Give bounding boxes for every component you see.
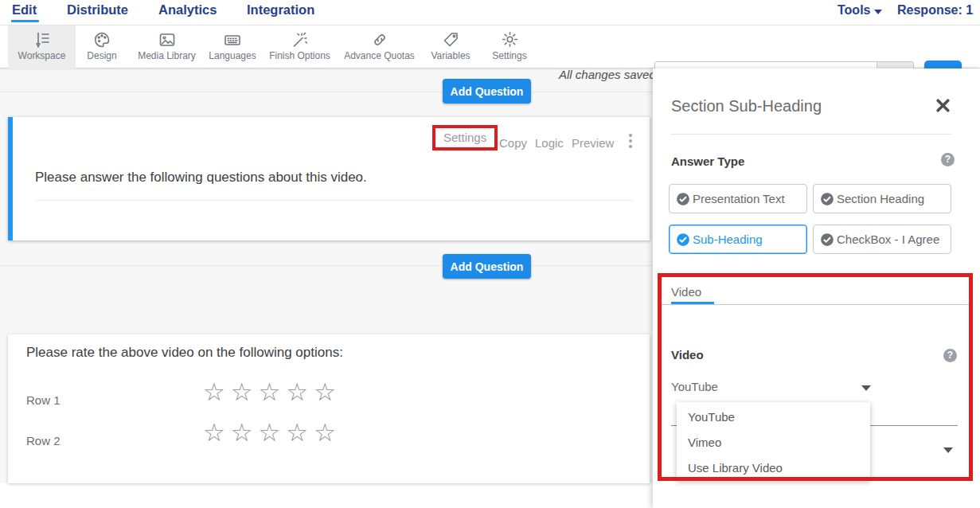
toolbar-item-label: Design: [80, 50, 124, 61]
workspace-icon: [8, 29, 76, 50]
chevron-down-icon[interactable]: [943, 447, 953, 453]
answer-type-presentation-text[interactable]: Presentation Text: [669, 184, 807, 213]
toolbar-item-media-library[interactable]: Media Library: [127, 25, 206, 68]
questionpro-editor: Edit Distribute Analytics Integration To…: [0, 0, 980, 508]
rating-row-label: Row 2: [26, 434, 61, 447]
answer-type-label: Sub-Heading: [693, 233, 763, 246]
link-icon: [340, 29, 419, 50]
survey-canvas: Add Question Settings Copy Logic Preview…: [0, 68, 653, 483]
check-circle-icon: [820, 233, 834, 247]
toolbar-item-label: Media Library: [127, 50, 206, 61]
question-action-preview[interactable]: Preview: [572, 136, 614, 150]
kebab-menu-icon[interactable]: [629, 134, 632, 137]
toolbar-item-label: Workspace: [8, 50, 76, 61]
toolbar-item-variables[interactable]: Variables: [422, 25, 479, 68]
palette-icon: [80, 29, 124, 50]
autosave-status: All changes saved: [559, 68, 656, 81]
settings-annotation-box: Settings: [432, 125, 498, 150]
keyboard-icon: [208, 29, 257, 50]
toolbar-item-label: Settings: [482, 50, 537, 61]
toolbar-item-label: Advance Quotas: [340, 50, 419, 61]
chevron-down-icon[interactable]: [861, 385, 871, 391]
tools-label: Tools: [837, 3, 870, 17]
add-question-button-middle[interactable]: Add Question: [443, 254, 531, 279]
nav-tab-analytics[interactable]: Analytics: [158, 2, 217, 18]
question-settings-panel: Section Sub-Heading Answer Type ? Presen…: [653, 68, 980, 508]
toolbar-item-label: Variables: [422, 50, 479, 61]
answer-type-heading: Answer Type: [671, 154, 744, 168]
gear-icon: [482, 29, 537, 50]
question-block-rating[interactable]: Please rate the above video on the follo…: [8, 334, 650, 483]
answer-type-label: CheckBox - I Agree: [837, 233, 939, 246]
answer-type-section-heading[interactable]: Section Heading: [813, 184, 951, 213]
rating-question-text[interactable]: Please rate the above video on the follo…: [26, 345, 343, 361]
panel-divider: [671, 134, 951, 135]
question-block-subheading[interactable]: Settings Copy Logic Preview Please answe…: [8, 117, 650, 240]
toolbar-item-advance-quotas[interactable]: Advance Quotas: [340, 25, 419, 68]
chevron-down-icon: [874, 10, 882, 14]
toolbar-item-design[interactable]: Design: [80, 25, 124, 68]
tag-icon: [422, 29, 479, 50]
answer-type-sub-heading[interactable]: Sub-Heading: [669, 225, 807, 254]
video-source-dropdown: YouTube Vimeo Use Library Video: [677, 402, 870, 480]
dropdown-option-vimeo[interactable]: Vimeo: [677, 429, 870, 455]
active-tab-underline: [11, 20, 39, 22]
toolbar-item-label: Finish Options: [260, 50, 339, 61]
nav-tab-edit[interactable]: Edit: [12, 2, 37, 18]
answer-type-label: Presentation Text: [693, 192, 785, 205]
editor-toolbar: Workspace Design Media Library Languages…: [0, 25, 980, 68]
toolbar-item-settings[interactable]: Settings: [482, 25, 537, 68]
section-divider: [0, 92, 653, 92]
tab-video[interactable]: Video: [671, 285, 701, 299]
nav-tab-distribute[interactable]: Distribute: [67, 2, 128, 18]
help-icon[interactable]: ?: [941, 153, 955, 166]
nav-tab-integration[interactable]: Integration: [247, 2, 314, 18]
subheading-question-text[interactable]: Please answer the following questions ab…: [35, 170, 367, 186]
text-divider: [35, 200, 634, 201]
rating-row-label: Row 1: [26, 393, 61, 407]
add-question-button-top[interactable]: Add Question: [443, 79, 531, 104]
answer-type-label: Section Heading: [837, 192, 924, 205]
top-nav: Edit Distribute Analytics Integration To…: [0, 0, 980, 25]
wand-icon: [260, 29, 339, 50]
section-divider: [0, 265, 653, 266]
question-action-settings[interactable]: Settings: [443, 131, 486, 144]
question-action-copy[interactable]: Copy: [499, 136, 527, 150]
check-circle-icon: [820, 192, 834, 206]
toolbar-item-languages[interactable]: Languages: [208, 25, 257, 68]
close-icon[interactable]: [936, 99, 950, 115]
tools-menu[interactable]: Tools: [837, 3, 882, 18]
question-action-logic[interactable]: Logic: [535, 136, 564, 150]
panel-title: Section Sub-Heading: [671, 97, 822, 115]
help-icon[interactable]: ?: [943, 349, 957, 362]
star-rating-row-2[interactable]: ☆☆☆☆☆: [203, 420, 342, 445]
tab-divider: [658, 304, 970, 305]
check-circle-icon: [676, 192, 690, 206]
toolbar-item-workspace[interactable]: Workspace: [8, 25, 76, 68]
toolbar-item-finish-options[interactable]: Finish Options: [260, 25, 339, 68]
dropdown-option-youtube[interactable]: YouTube: [677, 404, 870, 429]
check-circle-icon: [676, 233, 690, 247]
video-source-value: YouTube: [671, 380, 718, 393]
image-icon: [127, 29, 206, 50]
answer-type-checkbox-i-agree[interactable]: CheckBox - I Agree: [813, 225, 951, 254]
toolbar-item-label: Languages: [208, 50, 257, 61]
star-rating-row-1[interactable]: ☆☆☆☆☆: [203, 380, 342, 404]
dropdown-option-library-video[interactable]: Use Library Video: [677, 455, 870, 480]
response-count[interactable]: Response: 1: [897, 3, 973, 18]
video-field-label: Video: [671, 348, 704, 361]
video-source-select[interactable]: YouTube: [671, 380, 878, 394]
